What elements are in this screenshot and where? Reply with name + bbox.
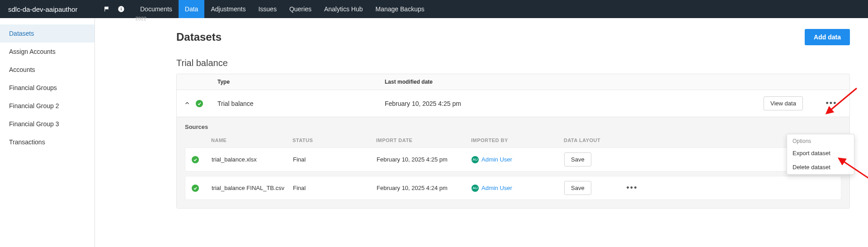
source-more-icon[interactable]: ••• (623, 183, 641, 193)
save-button[interactable]: Save (564, 152, 591, 166)
nav-data[interactable]: Data (179, 0, 205, 18)
check-circle-icon (192, 156, 199, 163)
source-name: trial_balance FINAL_TB.csv (212, 185, 293, 191)
col-last-modified: Last modified date (385, 79, 611, 85)
col-type: Type (217, 79, 385, 85)
dataset-more-icon[interactable]: ••• (818, 99, 845, 108)
project-name: sdlc-da-dev-aaipauthor (8, 5, 77, 13)
source-status: Final (293, 156, 377, 163)
section-title: Trial balance (176, 58, 850, 68)
source-imported-by[interactable]: AU Admin User (472, 185, 564, 192)
check-circle-icon (196, 100, 203, 107)
save-button[interactable]: Save (564, 181, 591, 195)
check-circle-icon (192, 185, 199, 192)
chevron-up-icon[interactable] (184, 100, 191, 107)
main-nav: Documents Data Adjustments Issues Querie… (134, 0, 431, 18)
nav-issues[interactable]: Issues (252, 0, 283, 18)
sidebar-item-datasets[interactable]: Datasets (0, 24, 94, 43)
panel-header: Type Last modified date (177, 74, 849, 90)
source-import-date: February 10, 2025 4:24 pm (377, 185, 472, 191)
sources-section: Sources NAME STATUS IMPORT DATE IMPORTED… (177, 117, 849, 208)
source-imported-by[interactable]: AU Admin User (472, 156, 564, 163)
nav-analytics-hub[interactable]: Analytics Hub (318, 0, 369, 18)
svg-text:i: i (121, 7, 122, 11)
source-import-date: February 10, 2025 4:25 pm (377, 156, 472, 163)
nav-queries[interactable]: Queries (283, 0, 318, 18)
col-data-layout: DATA LAYOUT (564, 138, 623, 143)
body: Datasets Assign Accounts Accounts Financ… (0, 18, 868, 247)
add-data-button[interactable]: Add data (805, 29, 850, 45)
avatar: AU (472, 185, 479, 192)
info-icon[interactable]: i (118, 5, 125, 13)
dataset-panel: Type Last modified date Trial balance Fe… (176, 74, 850, 209)
nav-manage-backups[interactable]: Manage Backups (369, 0, 431, 18)
source-name: trial_balance.xlsx (212, 156, 293, 163)
nav-adjustments[interactable]: Adjustments (204, 0, 252, 18)
sidebar-item-financial-groups[interactable]: Financial Groups (0, 79, 94, 97)
page-header: Datasets Add data (176, 29, 850, 45)
source-row: trial_balance.xlsx Final February 10, 20… (185, 147, 841, 171)
sources-title: Sources (185, 124, 841, 130)
sidebar-item-assign-accounts[interactable]: Assign Accounts (0, 43, 94, 61)
options-delete-dataset[interactable]: Delete dataset (787, 160, 854, 174)
flag-icon[interactable] (104, 6, 110, 12)
dataset-type: Trial balance (217, 100, 385, 107)
sources-header: NAME STATUS IMPORT DATE IMPORTED BY DATA… (185, 133, 841, 147)
sidebar-item-financial-group-3[interactable]: Financial Group 3 (0, 115, 94, 133)
source-row: trial_balance FINAL_TB.csv Final Februar… (185, 176, 841, 200)
page-title: Datasets (176, 31, 222, 43)
dataset-last-modified: February 10, 2025 4:25 pm (385, 100, 611, 107)
source-status: Final (293, 185, 377, 191)
project-block[interactable]: sdlc-da-dev-aaipauthor 2022 (5, 5, 100, 13)
sidebar-item-transactions[interactable]: Transactions (0, 133, 94, 151)
col-imported-by: IMPORTED BY (471, 138, 564, 143)
col-status: STATUS (292, 138, 376, 143)
dataset-row: Trial balance February 10, 2025 4:25 pm … (177, 90, 849, 117)
avatar: AU (472, 156, 479, 163)
topbar: sdlc-da-dev-aaipauthor 2022 i Documents … (0, 0, 868, 18)
view-data-button[interactable]: View data (764, 96, 803, 110)
sidebar-item-financial-group-2[interactable]: Financial Group 2 (0, 97, 94, 115)
sidebar: Datasets Assign Accounts Accounts Financ… (0, 18, 95, 247)
col-import-date: IMPORT DATE (376, 138, 471, 143)
col-name: NAME (211, 138, 292, 143)
options-menu: Options Export dataset Delete dataset (787, 134, 854, 175)
options-menu-title: Options (787, 134, 854, 146)
options-export-dataset[interactable]: Export dataset (787, 146, 854, 160)
main-content: Datasets Add data Trial balance Type Las… (95, 18, 868, 247)
sidebar-item-accounts[interactable]: Accounts (0, 61, 94, 79)
